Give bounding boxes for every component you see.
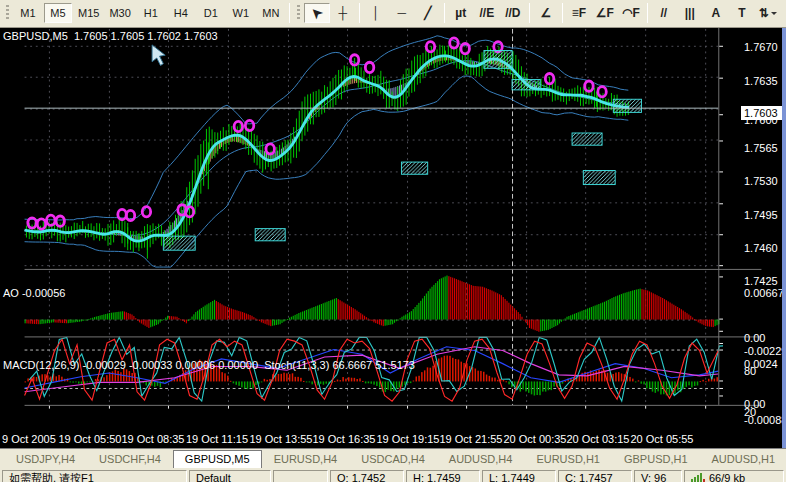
toolbar-separator	[562, 3, 563, 23]
arrows-icon[interactable]: ⇅	[755, 3, 781, 23]
chart-window: GBPUSD,M5 1.7605 1.7605 1.7602 1.7603 AO…	[0, 28, 786, 448]
axis-value-label: 0.00	[744, 332, 765, 344]
chart-canvas[interactable]	[0, 28, 786, 448]
time-tick-label: 20 Oct 00:35	[504, 433, 567, 445]
time-tick-label: 19 Oct 21:55	[440, 433, 503, 445]
status-profile: Default	[189, 470, 271, 482]
macd-indicator-label: MACD(12,26,9) -0.00029 -0.00033 0.00006 …	[3, 359, 415, 371]
timeframe-m5-button[interactable]: M5	[44, 3, 72, 23]
fibo-retracement-icon[interactable]: ≡F	[566, 3, 592, 23]
status-help-text: 如需帮助, 请按F1	[2, 470, 187, 482]
fibo-arcs-icon[interactable]: ◠F	[618, 3, 644, 23]
andrews-pitchfork-icon[interactable]: //	[651, 3, 677, 23]
status-open: O: 1.7452	[330, 470, 404, 482]
tab-audusd-h1[interactable]: AUDUSD,H1	[700, 450, 786, 468]
ao-indicator-label: AO -0.00056	[3, 287, 65, 299]
pattern-boxes	[163, 51, 641, 251]
status-spacer	[273, 470, 328, 482]
toolbar-separator	[289, 3, 290, 23]
tab-usdcad-h4[interactable]: USDCAD,H4	[349, 450, 437, 468]
timeframe-d1-button[interactable]: D1	[197, 3, 225, 23]
toolbar-separator	[359, 3, 360, 23]
tab-eurusd-h1[interactable]: EURUSD,H1	[524, 450, 612, 468]
timeframe-mn-button[interactable]: MN	[257, 3, 285, 23]
time-tick-label: 19 Oct 16:35	[313, 433, 376, 445]
toolbar-grip[interactable]	[297, 5, 300, 21]
axis-value-label: 1.7460	[744, 242, 778, 254]
ao-histogram	[25, 276, 720, 332]
time-axis[interactable]: 9 Oct 200519 Oct 05:5019 Oct 08:3519 Oct…	[0, 430, 740, 448]
toolbar-separator	[444, 3, 445, 23]
status-volume: V: 96	[634, 470, 682, 482]
tab-audusd-h4[interactable]: AUDUSD,H4	[437, 450, 525, 468]
time-tick-label: 19 Oct 19:15	[377, 433, 440, 445]
axis-value-label: 1.7565	[744, 142, 778, 154]
toolbar: M1 M5 M15 M30 H1 H4 D1 W1 MN ➤ ┼ │ ─ ╱ µ…	[0, 0, 786, 28]
axis-value-label: 80	[744, 365, 756, 377]
axis-value-label: 1.7635	[744, 75, 778, 87]
status-connection: 66/9 kb	[684, 470, 784, 482]
tab-usdjpy-h4[interactable]: USDJPY,H4	[4, 450, 87, 468]
text-icon[interactable]: A	[703, 3, 729, 23]
status-low: L: 1.7449	[482, 470, 556, 482]
status-bar: 如需帮助, 请按F1 Default O: 1.7452 H: 1.7459 L…	[0, 468, 786, 482]
tab-gbpusd-m5[interactable]: GBPUSD,M5	[173, 450, 262, 468]
timeframe-m15-button[interactable]: M15	[74, 3, 103, 23]
time-tick-label: 20 Oct 03:15	[567, 433, 630, 445]
time-tick-label: 9 Oct 2005	[2, 433, 56, 445]
text-label-icon[interactable]: T	[729, 3, 755, 23]
timeframe-m1-button[interactable]: M1	[14, 3, 42, 23]
timeframe-h1-button[interactable]: H1	[137, 3, 165, 23]
axis-value-label: 0.00667	[744, 287, 784, 299]
toolbar-grip[interactable]	[6, 5, 9, 21]
toolbar-separator	[529, 3, 530, 23]
connection-bars-icon	[691, 471, 705, 482]
axis-value-label: 1.7495	[744, 209, 778, 221]
window-right-border	[782, 28, 786, 448]
time-tick-label: 19 Oct 11:15	[186, 433, 248, 445]
vertical-line-icon[interactable]: │	[363, 3, 389, 23]
current-price-label: 1.7603	[741, 106, 786, 120]
tab-usdchf-h4[interactable]: USDCHF,H4	[87, 450, 173, 468]
timeframe-w1-button[interactable]: W1	[227, 3, 255, 23]
axis-value-label: 1.7425	[744, 275, 778, 287]
signal-markers	[28, 38, 606, 229]
trendline-icon[interactable]: ╱	[415, 3, 441, 23]
price-axis[interactable]: 1.76701.76351.76001.75651.75301.74951.74…	[741, 28, 786, 431]
grid-horizontal-price	[25, 46, 719, 265]
chart-tab-bar: USDJPY,H4 USDCHF,H4 GBPUSD,M5 EURUSD,H4 …	[0, 448, 786, 468]
axis-value-label: 1.7670	[744, 41, 778, 53]
stddev-channel-icon[interactable]: //D	[500, 3, 526, 23]
status-close: C: 1.7457	[558, 470, 632, 482]
axis-value-label: 1.7530	[744, 175, 778, 187]
chevron-down-icon	[771, 12, 777, 18]
time-tick-label: 19 Oct 05:50	[59, 433, 122, 445]
crosshair-icon[interactable]: ┼	[330, 3, 356, 23]
terminal-window: M1 M5 M15 M30 H1 H4 D1 W1 MN ➤ ┼ │ ─ ╱ µ…	[0, 0, 786, 482]
time-tick-label: 20 Oct 05:55	[631, 433, 694, 445]
time-tick-label: 19 Oct 08:35	[122, 433, 185, 445]
fibo-fan-icon[interactable]: ∠F	[592, 3, 618, 23]
horizontal-line-icon[interactable]: ─	[389, 3, 415, 23]
axis-value-label: -0.00088	[744, 414, 786, 426]
axis-value-label: -0.00229	[744, 345, 786, 357]
tab-eurusd-h4[interactable]: EURUSD,H4	[262, 450, 350, 468]
cycle-lines-icon[interactable]: |||	[677, 3, 703, 23]
timeframe-m30-button[interactable]: M30	[105, 3, 134, 23]
timeframe-h4-button[interactable]: H4	[167, 3, 195, 23]
tab-gbpusd-h1[interactable]: GBPUSD,H1	[612, 450, 700, 468]
symbol-ohlc-label: GBPUSD,M5 1.7605 1.7605 1.7602 1.7603	[3, 30, 218, 42]
time-tick-label: 19 Oct 13:55	[250, 433, 313, 445]
cursor-icon[interactable]: ➤	[304, 3, 330, 23]
gann-fan-icon[interactable]: ∠	[533, 3, 559, 23]
trend-by-angle-icon[interactable]: µt	[448, 3, 474, 23]
toolbar-separator	[647, 3, 648, 23]
status-high: H: 1.7459	[406, 470, 480, 482]
mouse-cursor	[152, 45, 165, 66]
equidistant-channel-icon[interactable]: //E	[474, 3, 500, 23]
connection-speed: 66/9 kb	[709, 471, 745, 482]
